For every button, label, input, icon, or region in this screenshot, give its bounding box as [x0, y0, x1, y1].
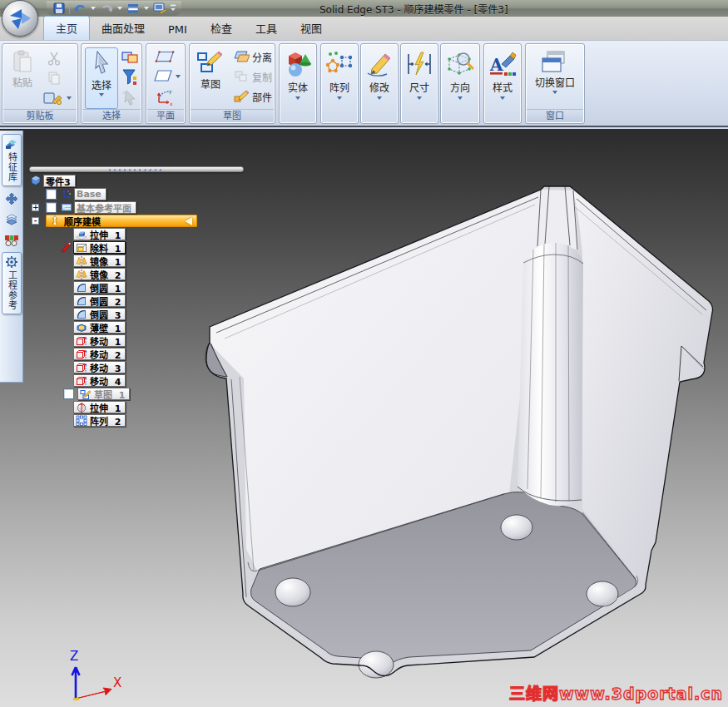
- select-dropdown[interactable]: [99, 93, 104, 96]
- tab-5[interactable]: 视图: [289, 17, 334, 40]
- tree-label[interactable]: 草图 1: [77, 388, 130, 400]
- pattern-button[interactable]: 阵列: [323, 46, 356, 121]
- axis-z-label: Z: [70, 649, 78, 664]
- cut-icon: [47, 51, 62, 66]
- screen-style-button[interactable]: [152, 2, 167, 15]
- detach-button[interactable]: 分离: [233, 47, 272, 66]
- tree-row-17[interactable]: 拉伸 1: [30, 401, 230, 414]
- command-list-dropdown[interactable]: [143, 2, 150, 15]
- solids-button[interactable]: 实体: [281, 46, 314, 121]
- application-button[interactable]: [2, 0, 38, 37]
- tree-checkbox[interactable]: [46, 189, 57, 200]
- sidebar-button-layers[interactable]: [2, 210, 21, 228]
- tree-label[interactable]: 倒圆 1: [73, 281, 126, 294]
- tree-row-4[interactable]: 拉伸 1: [30, 228, 230, 241]
- tree-label[interactable]: 倒圆 2: [73, 294, 126, 307]
- planes-dropdown[interactable]: [176, 75, 181, 78]
- tab-4[interactable]: 工具: [244, 17, 289, 40]
- tree-label[interactable]: 薄壁 1: [73, 321, 126, 334]
- svg-text:y: y: [169, 88, 172, 95]
- activate-part-button[interactable]: [120, 88, 140, 106]
- format-painter-dropdown[interactable]: [67, 96, 72, 100]
- tree-row-18[interactable]: 阵列 2: [30, 414, 230, 428]
- tree-row-10[interactable]: 倒圆 3: [30, 308, 230, 321]
- sidebar-button-pathfinder[interactable]: [2, 190, 21, 207]
- modify-button[interactable]: 修改: [363, 46, 396, 121]
- solids-icon: [284, 51, 312, 77]
- tree-label[interactable]: 镜像 2: [73, 268, 126, 280]
- paste-button[interactable]: 粘贴: [7, 47, 38, 109]
- sidebar-tab-feature-library[interactable]: 特征库: [2, 134, 22, 186]
- tree-expander[interactable]: -: [32, 217, 39, 225]
- duplicate-button[interactable]: 复制: [233, 67, 272, 86]
- redo-button[interactable]: [99, 2, 114, 15]
- switch-window-button[interactable]: 切换窗口: [528, 47, 582, 109]
- tree-row-8[interactable]: 倒圆 1: [30, 281, 230, 294]
- detach-icon: [233, 49, 250, 64]
- style-dropdown: [500, 96, 505, 100]
- more-planes-button[interactable]: [153, 67, 181, 86]
- tree-checkbox[interactable]: [46, 202, 57, 213]
- tree-row-3[interactable]: -顺序建模: [30, 215, 230, 228]
- tree-label[interactable]: 倒圆 3: [73, 308, 126, 320]
- tree-label[interactable]: 零件3: [43, 175, 76, 187]
- tree-expander[interactable]: +: [32, 204, 39, 211]
- ordered-modeling-header[interactable]: 顺序建模: [46, 215, 197, 227]
- undo-dropdown[interactable]: [90, 2, 97, 15]
- tab-1[interactable]: 曲面处理: [90, 17, 156, 40]
- tree-row-6[interactable]: 镜像 1: [30, 255, 230, 268]
- format-painter-button[interactable]: [42, 89, 72, 107]
- dimension-button[interactable]: 尺寸: [403, 46, 436, 121]
- tree-label[interactable]: 基本参考平面: [74, 201, 136, 214]
- tree-row-7[interactable]: 镜像 2: [30, 268, 230, 281]
- select-tool-button[interactable]: 选择: [85, 47, 118, 109]
- tree-row-2[interactable]: +基本参考平面: [30, 201, 230, 215]
- coordinate-system-button[interactable]: y x: [155, 87, 175, 106]
- select-filter-button[interactable]: [120, 68, 140, 87]
- copy-button[interactable]: [44, 69, 64, 87]
- tab-pmi[interactable]: PMI: [156, 20, 199, 40]
- tree-label[interactable]: 除料 1: [73, 241, 126, 254]
- tree-row-15[interactable]: 移动 4: [30, 374, 230, 388]
- tree-label[interactable]: 移动 3: [73, 361, 126, 373]
- tree-label[interactable]: Base: [74, 188, 106, 200]
- save-button[interactable]: [52, 2, 67, 15]
- tree-label[interactable]: 镜像 1: [73, 255, 126, 267]
- tree-label[interactable]: 拉伸 1: [73, 401, 126, 413]
- tree-row-11[interactable]: 薄壁 1: [30, 321, 230, 334]
- coincident-plane-button[interactable]: [155, 48, 175, 67]
- redo-dropdown[interactable]: [116, 2, 123, 15]
- qat-overflow-button[interactable]: [170, 2, 176, 15]
- tree-row-5[interactable]: 除料 1: [30, 241, 230, 255]
- sketch-button[interactable]: 草图: [193, 47, 228, 109]
- tree-row-12[interactable]: 移动 1: [30, 334, 230, 348]
- tree-row-9[interactable]: 倒圆 2: [30, 294, 230, 308]
- thinwall-icon: [76, 322, 87, 334]
- tree-label[interactable]: 移动 1: [73, 334, 126, 347]
- tree-label[interactable]: 阵列 2: [73, 414, 126, 427]
- tab-3[interactable]: 检查: [199, 17, 244, 40]
- tree-row-1[interactable]: Base: [30, 188, 230, 201]
- group-caption-window: 窗口: [527, 109, 583, 122]
- ribbon-group-modify: 修改: [360, 43, 399, 124]
- orientation-button[interactable]: 方向: [443, 46, 478, 121]
- tree-row-16[interactable]: 草图 1: [30, 388, 230, 401]
- style-button[interactable]: A 样式: [486, 46, 519, 121]
- tree-label[interactable]: 移动 4: [73, 374, 126, 387]
- solid-edge-window: Solid Edge ST3 - 顺序建模零件 - [零件3] 主页曲面处理PM…: [0, 0, 728, 707]
- box-select-button[interactable]: [120, 48, 140, 67]
- command-list-button[interactable]: [126, 2, 141, 15]
- sidebar-button-sensors[interactable]: [2, 231, 21, 249]
- tree-label[interactable]: 拉伸 1: [73, 228, 126, 240]
- component-button[interactable]: 部件: [233, 87, 272, 106]
- tree-row-14[interactable]: 移动 3: [30, 361, 230, 374]
- tree-row-0[interactable]: 零件3: [30, 175, 230, 188]
- tree-row-13[interactable]: 移动 2: [30, 348, 230, 361]
- tab-0[interactable]: 主页: [43, 16, 90, 40]
- graphics-viewport[interactable]: 特征库: [0, 129, 728, 707]
- tree-checkbox[interactable]: [63, 388, 74, 399]
- tree-label[interactable]: 移动 2: [73, 348, 126, 360]
- sidebar-tab-engineering-reference[interactable]: 工程参考: [2, 252, 22, 314]
- undo-button[interactable]: [72, 2, 87, 15]
- cut-button[interactable]: [44, 49, 64, 67]
